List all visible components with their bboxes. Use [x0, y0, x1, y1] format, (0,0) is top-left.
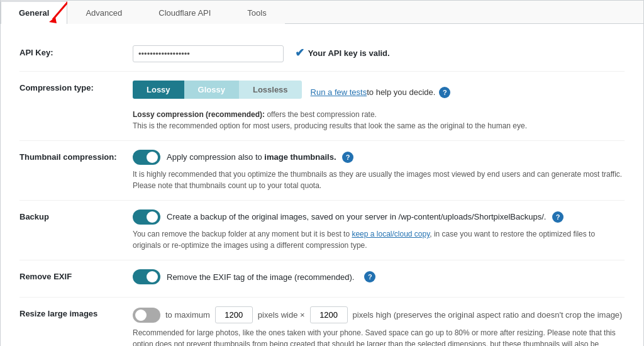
backup-content: Create a backup of the original images, …: [133, 209, 625, 251]
api-key-input[interactable]: [133, 45, 284, 62]
resize-images-label: Resize large images: [19, 306, 133, 318]
backup-link[interactable]: keep a local/cloud copy: [352, 230, 430, 238]
tab-cloudflare[interactable]: Cloudflare API: [140, 1, 229, 24]
remove-exif-row: Remove EXIF Remove the EXIF tag of the i…: [19, 260, 625, 298]
tabs-bar: General Advanced Cloudflare API Tools: [1, 1, 643, 24]
thumbnail-slider: [133, 150, 160, 165]
tab-tools-label: Tools: [247, 8, 266, 18]
api-key-label: API Key:: [19, 45, 133, 57]
settings-page: General Advanced Cloudflare API Tools AP…: [0, 0, 644, 346]
thumbnail-compression-row: Thumbnail compression: Apply compression…: [19, 141, 625, 201]
remove-exif-label: Remove EXIF: [19, 269, 133, 281]
thumbnail-toggle[interactable]: [133, 150, 160, 165]
compression-help-icon[interactable]: ?: [439, 87, 450, 98]
api-key-content: ✔ Your API key is valid.: [133, 45, 625, 62]
resize-images-content: to maximum pixels wide × pixels high (pr…: [133, 306, 625, 346]
compression-type-content: Lossy Glossy Lossless Run a few tests to…: [133, 81, 625, 131]
backup-desc: You can remove the backup folder at any …: [133, 228, 625, 251]
compression-desc: Lossy compression (recommended): offers …: [133, 109, 625, 131]
tab-advanced-label: Advanced: [86, 8, 122, 18]
backup-slider: [133, 209, 160, 225]
backup-toggle-row: Create a backup of the original images, …: [133, 209, 625, 225]
backup-help-icon[interactable]: ?: [552, 211, 564, 223]
compression-type-label: Compression type:: [19, 81, 133, 92]
resize-controls: to maximum pixels wide × pixels high (pr…: [133, 306, 625, 323]
exif-toggle[interactable]: [133, 269, 160, 284]
backup-label: Backup: [19, 209, 133, 221]
exif-toggle-label: Remove the EXIF tag of the image (recomm…: [167, 272, 354, 282]
tab-advanced[interactable]: Advanced: [67, 1, 140, 24]
resize-toggle[interactable]: [133, 308, 160, 323]
lossless-button[interactable]: Lossless: [239, 81, 302, 99]
lossy-button[interactable]: Lossy: [133, 81, 184, 99]
glossy-button[interactable]: Glossy: [184, 81, 239, 99]
backup-toggle-label: Create a backup of the original images, …: [167, 211, 564, 223]
thumbnail-compression-content: Apply compression also to image thumbnai…: [133, 150, 625, 191]
compression-desc1: offers the best compression rate.: [265, 110, 377, 119]
thumbnail-desc: It is highly recommended that you optimi…: [133, 169, 625, 191]
resize-slider: [133, 308, 160, 323]
exif-help-icon[interactable]: ?: [364, 271, 375, 282]
tab-cloudflare-label: Cloudflare API: [158, 8, 211, 18]
resize-images-row: Resize large images to maximum pixels wi…: [19, 298, 625, 346]
tab-tools[interactable]: Tools: [229, 1, 284, 24]
thumbnail-help-icon[interactable]: ?: [342, 152, 353, 163]
compression-type-row: Compression type: Lossy Glossy Lossless …: [19, 72, 625, 141]
exif-slider: [133, 269, 160, 284]
resize-width-input[interactable]: [215, 306, 253, 323]
api-valid-message: ✔ Your API key is valid.: [295, 46, 390, 60]
run-tests-suffix: to help you decide.: [367, 87, 435, 97]
thumbnail-compression-label: Thumbnail compression:: [19, 150, 133, 162]
compression-buttons: Lossy Glossy Lossless: [133, 81, 302, 99]
svg-line-0: [53, 2, 68, 20]
resize-height-input[interactable]: [310, 306, 348, 323]
api-key-row: API Key: ✔ Your API key is valid.: [19, 36, 625, 72]
resize-to-maximum-text: to maximum: [165, 310, 210, 320]
resize-pixels-high-text: pixels high (preserves the original aspe…: [353, 310, 623, 320]
remove-exif-content: Remove the EXIF tag of the image (recomm…: [133, 269, 625, 288]
resize-pixels-wide-text: pixels wide ×: [258, 310, 305, 320]
settings-content: API Key: ✔ Your API key is valid. Compre…: [1, 24, 643, 346]
run-tests-link[interactable]: Run a few tests: [311, 87, 367, 97]
resize-desc: Recommended for large photos, like the o…: [133, 327, 625, 346]
backup-row: Backup Create a backup of the original i…: [19, 201, 625, 260]
compression-desc-bold: Lossy compression (recommended):: [133, 110, 265, 119]
thumbnail-toggle-label: Apply compression also to image thumbnai…: [167, 152, 353, 163]
tab-general-label: General: [19, 8, 49, 18]
thumbnail-toggle-row: Apply compression also to image thumbnai…: [133, 150, 625, 165]
backup-toggle[interactable]: [133, 209, 160, 225]
checkmark-icon: ✔: [295, 46, 304, 60]
compression-desc2: This is the recommended option for most …: [133, 121, 527, 130]
tab-general[interactable]: General: [1, 1, 67, 24]
exif-toggle-row: Remove the EXIF tag of the image (recomm…: [133, 269, 625, 284]
svg-marker-1: [49, 17, 57, 23]
